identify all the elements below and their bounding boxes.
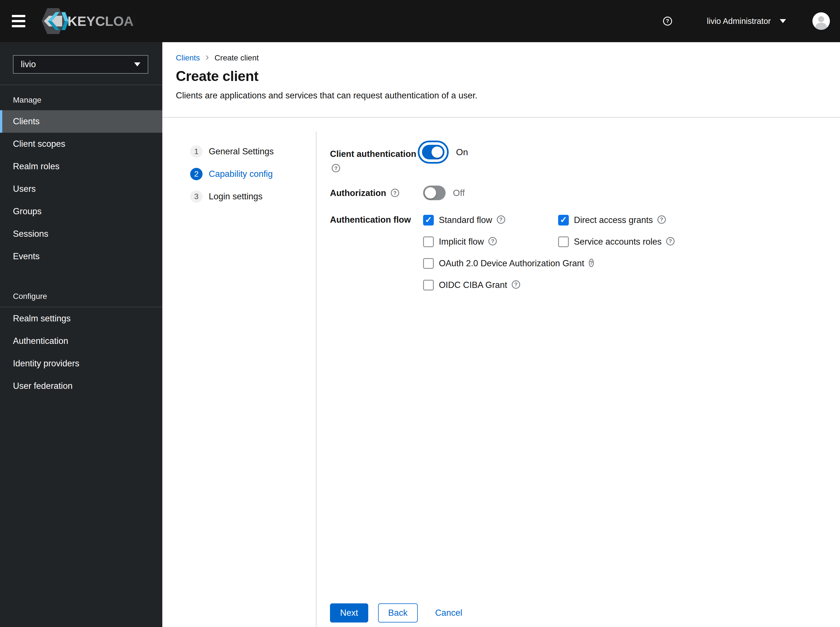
sidebar-section-configure: Configure <box>13 292 47 301</box>
help-icon[interactable]: ? <box>666 237 674 246</box>
help-icon[interactable]: ? <box>332 164 340 172</box>
authorization-toggle[interactable] <box>423 186 445 200</box>
checkbox-oidc-ciba-grant[interactable]: ✓ OIDC CIBA Grant ? <box>423 280 558 290</box>
sidebar-item-user-federation[interactable]: User federation <box>0 375 162 397</box>
client-authentication-control: On <box>418 140 468 164</box>
field-authorization: Authorization? Off <box>330 184 465 202</box>
sidebar-item-groups[interactable]: Groups <box>0 200 162 223</box>
help-icon[interactable]: ? <box>589 259 594 267</box>
main-content: Clients › Create client Create client Cl… <box>162 42 840 627</box>
authentication-flow-options: ✓ Standard flow ? ✓ Direct access grants… <box>423 209 674 296</box>
user-avatar-icon <box>812 13 830 30</box>
keycloak-logo: KEYCLOAK <box>42 7 134 35</box>
wizard-nav: 1 General Settings 2 Capability config 3… <box>190 140 274 208</box>
user-name: livio Administrator <box>707 17 771 26</box>
caret-down-icon <box>134 62 141 66</box>
toggle-state-label: Off <box>453 188 465 198</box>
next-button[interactable]: Next <box>330 603 368 622</box>
help-icon[interactable]: ? <box>657 215 666 224</box>
checkbox-standard-flow[interactable]: ✓ Standard flow ? <box>423 215 558 225</box>
sidebar-item-clients[interactable]: Clients <box>0 110 162 133</box>
nav-toggle-button[interactable] <box>12 15 25 27</box>
authorization-control: Off <box>418 186 465 200</box>
checkbox-box: ✓ <box>423 215 434 225</box>
checkbox-implicit-flow[interactable]: ✓ Implicit flow ? <box>423 236 558 247</box>
cancel-button[interactable]: Cancel <box>435 603 463 622</box>
checkbox-box: ✓ <box>423 258 434 269</box>
configure-nav-list: Realm settings Authentication Identity p… <box>0 307 162 397</box>
sidebar-item-users[interactable]: Users <box>0 178 162 200</box>
page-description: Clients are applications and services th… <box>176 91 477 101</box>
manage-nav-list: Clients Client scopes Realm roles Users … <box>0 110 162 268</box>
field-authentication-flow: Authentication flow ✓ Standard flow ? ✓ … <box>330 209 674 296</box>
header-divider <box>162 117 840 118</box>
toggle-knob <box>425 187 436 198</box>
client-authentication-label: Client authentication ? <box>330 140 418 173</box>
step-number: 2 <box>190 168 202 180</box>
sidebar-item-sessions[interactable]: Sessions <box>0 223 162 245</box>
sidebar: livio Manage Clients Client scopes Realm… <box>0 42 162 627</box>
step-label: Login settings <box>209 191 262 202</box>
sidebar-item-identity-providers[interactable]: Identity providers <box>0 352 162 375</box>
toggle-knob <box>431 147 443 158</box>
chevron-right-icon: › <box>206 52 209 62</box>
authorization-label: Authorization? <box>330 187 418 199</box>
toggle-focus-ring <box>418 140 449 164</box>
help-icon[interactable]: ? <box>497 215 505 224</box>
caret-down-icon <box>780 19 786 23</box>
check-icon: ✓ <box>560 216 567 224</box>
sidebar-section-manage: Manage <box>13 96 41 105</box>
wizard-step-general-settings[interactable]: 1 General Settings <box>190 140 274 163</box>
breadcrumb-current: Create client <box>215 54 259 62</box>
checkbox-box: ✓ <box>423 280 434 290</box>
wizard-form-divider <box>316 132 316 627</box>
help-icon[interactable]: ? <box>488 237 497 246</box>
toggle-state-label: On <box>456 147 468 158</box>
check-icon: ✓ <box>425 216 432 224</box>
step-number: 3 <box>190 191 202 203</box>
user-menu[interactable]: livio Administrator <box>705 16 788 26</box>
current-realm: livio <box>21 59 36 69</box>
step-number: 1 <box>190 145 202 158</box>
help-icon[interactable]: ? <box>663 17 672 25</box>
avatar[interactable] <box>812 13 830 30</box>
help-icon[interactable]: ? <box>391 189 399 197</box>
checkbox-service-accounts-roles[interactable]: ✓ Service accounts roles ? <box>558 236 674 247</box>
client-authentication-toggle[interactable] <box>422 145 444 159</box>
sidebar-item-realm-settings[interactable]: Realm settings <box>0 307 162 330</box>
checkbox-box: ✓ <box>558 236 569 247</box>
authentication-flow-label: Authentication flow <box>330 209 418 226</box>
checkbox-box: ✓ <box>423 236 434 247</box>
realm-selector[interactable]: livio <box>13 55 148 74</box>
help-icon[interactable]: ? <box>512 280 520 289</box>
checkbox-direct-access-grants[interactable]: ✓ Direct access grants ? <box>558 215 674 225</box>
breadcrumb: Clients › Create client <box>176 53 259 63</box>
keycloak-admin-console: KEYCLOAK ? livio Administrator livio <box>0 0 840 627</box>
field-client-authentication: Client authentication ? On <box>330 140 468 173</box>
sidebar-divider <box>0 85 162 85</box>
step-label: Capability config <box>209 169 273 179</box>
step-label: General Settings <box>209 147 274 157</box>
header-right: ? livio Administrator <box>663 13 830 30</box>
header: KEYCLOAK ? livio Administrator <box>0 0 840 42</box>
brand-text: KEYCLOAK <box>68 14 134 29</box>
sidebar-item-realm-roles[interactable]: Realm roles <box>0 155 162 178</box>
breadcrumb-link-clients[interactable]: Clients <box>176 54 200 62</box>
sidebar-item-client-scopes[interactable]: Client scopes <box>0 133 162 155</box>
wizard-step-login-settings[interactable]: 3 Login settings <box>190 185 274 208</box>
sidebar-item-authentication[interactable]: Authentication <box>0 330 162 352</box>
checkbox-oauth-device-grant[interactable]: ✓ OAuth 2.0 Device Authorization Grant ? <box>423 258 558 269</box>
page-title: Create client <box>176 68 259 84</box>
keycloak-logo-icon: KEYCLOAK <box>42 7 134 35</box>
sidebar-item-events[interactable]: Events <box>0 245 162 268</box>
wizard-actions: Next Back Cancel <box>330 603 462 622</box>
wizard-step-capability-config[interactable]: 2 Capability config <box>190 163 274 185</box>
back-button[interactable]: Back <box>378 603 418 622</box>
checkbox-box: ✓ <box>558 215 569 225</box>
